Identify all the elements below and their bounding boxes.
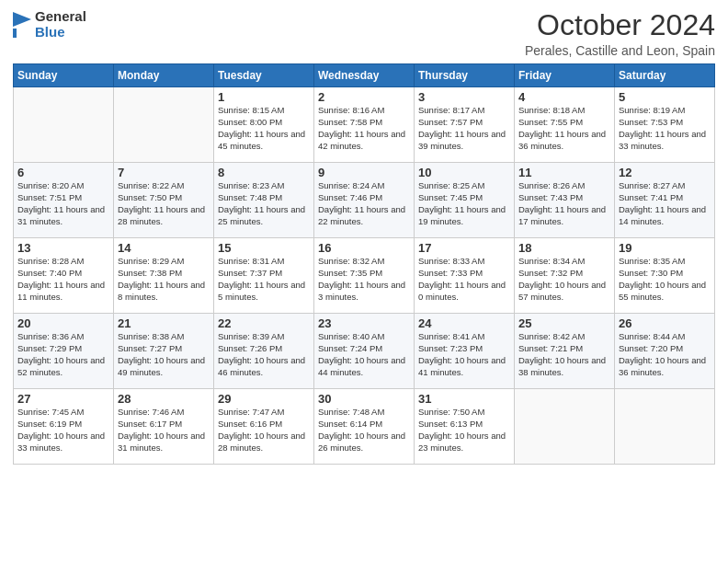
month-title: October 2024 [525, 9, 715, 41]
day-number: 29 [218, 392, 310, 406]
day-number: 27 [17, 392, 109, 406]
calendar-week-3: 13Sunrise: 8:28 AM Sunset: 7:40 PM Dayli… [14, 238, 715, 314]
day-info: Sunrise: 8:31 AM Sunset: 7:37 PM Dayligh… [218, 256, 310, 303]
weekday-header-sunday: Sunday [14, 64, 114, 87]
day-info: Sunrise: 8:17 AM Sunset: 7:57 PM Dayligh… [418, 105, 510, 152]
day-info: Sunrise: 8:42 AM Sunset: 7:21 PM Dayligh… [518, 331, 610, 378]
day-info: Sunrise: 8:22 AM Sunset: 7:50 PM Dayligh… [118, 180, 210, 227]
day-info: Sunrise: 8:23 AM Sunset: 7:48 PM Dayligh… [218, 180, 310, 227]
day-number: 20 [17, 316, 109, 330]
day-info: Sunrise: 8:19 AM Sunset: 7:53 PM Dayligh… [619, 105, 711, 152]
day-number: 1 [218, 90, 310, 104]
day-info: Sunrise: 8:27 AM Sunset: 7:41 PM Dayligh… [619, 180, 711, 227]
calendar-cell [515, 389, 615, 465]
day-info: Sunrise: 8:32 AM Sunset: 7:35 PM Dayligh… [318, 256, 410, 303]
page: General Blue October 2024 Perales, Casti… [0, 0, 728, 563]
day-number: 16 [318, 241, 410, 255]
day-info: Sunrise: 8:29 AM Sunset: 7:38 PM Dayligh… [118, 256, 210, 303]
day-number: 17 [418, 241, 510, 255]
calendar-cell: 26Sunrise: 8:44 AM Sunset: 7:20 PM Dayli… [615, 314, 715, 389]
weekday-header-saturday: Saturday [615, 64, 715, 87]
logo-icon [13, 12, 33, 38]
day-info: Sunrise: 7:46 AM Sunset: 6:17 PM Dayligh… [118, 407, 210, 454]
calendar-cell: 16Sunrise: 8:32 AM Sunset: 7:35 PM Dayli… [314, 238, 415, 314]
weekday-header-friday: Friday [515, 64, 615, 87]
weekday-header-wednesday: Wednesday [314, 64, 415, 87]
day-info: Sunrise: 8:15 AM Sunset: 8:00 PM Dayligh… [218, 105, 310, 152]
day-number: 31 [418, 392, 510, 406]
calendar-cell: 27Sunrise: 7:45 AM Sunset: 6:19 PM Dayli… [14, 389, 114, 465]
day-info: Sunrise: 8:16 AM Sunset: 7:58 PM Dayligh… [318, 105, 410, 152]
day-info: Sunrise: 8:25 AM Sunset: 7:45 PM Dayligh… [418, 180, 510, 227]
calendar-cell: 9Sunrise: 8:24 AM Sunset: 7:46 PM Daylig… [314, 163, 415, 238]
day-info: Sunrise: 8:35 AM Sunset: 7:30 PM Dayligh… [619, 256, 711, 303]
day-number: 10 [418, 166, 510, 179]
day-number: 30 [318, 392, 410, 406]
calendar-week-4: 20Sunrise: 8:36 AM Sunset: 7:29 PM Dayli… [14, 314, 715, 389]
day-info: Sunrise: 8:36 AM Sunset: 7:29 PM Dayligh… [17, 331, 109, 378]
calendar-cell: 8Sunrise: 8:23 AM Sunset: 7:48 PM Daylig… [214, 163, 314, 238]
calendar-cell: 13Sunrise: 8:28 AM Sunset: 7:40 PM Dayli… [14, 238, 114, 314]
calendar-cell: 21Sunrise: 8:38 AM Sunset: 7:27 PM Dayli… [114, 314, 214, 389]
day-number: 23 [318, 316, 410, 330]
day-info: Sunrise: 8:39 AM Sunset: 7:26 PM Dayligh… [218, 331, 310, 378]
calendar-cell [615, 389, 715, 465]
calendar-cell: 7Sunrise: 8:22 AM Sunset: 7:50 PM Daylig… [114, 163, 214, 238]
logo: General Blue [13, 9, 86, 40]
day-number: 4 [518, 90, 610, 104]
day-number: 26 [619, 316, 711, 330]
header: General Blue October 2024 Perales, Casti… [13, 9, 715, 58]
weekday-header-tuesday: Tuesday [214, 64, 314, 87]
logo-general-text: General [35, 9, 86, 25]
calendar-cell: 20Sunrise: 8:36 AM Sunset: 7:29 PM Dayli… [14, 314, 114, 389]
day-info: Sunrise: 8:24 AM Sunset: 7:46 PM Dayligh… [318, 180, 410, 227]
svg-rect-1 [13, 29, 17, 38]
day-info: Sunrise: 8:38 AM Sunset: 7:27 PM Dayligh… [118, 331, 210, 378]
calendar-cell: 14Sunrise: 8:29 AM Sunset: 7:38 PM Dayli… [114, 238, 214, 314]
calendar-cell: 25Sunrise: 8:42 AM Sunset: 7:21 PM Dayli… [515, 314, 615, 389]
weekday-header-thursday: Thursday [415, 64, 515, 87]
calendar-cell: 30Sunrise: 7:48 AM Sunset: 6:14 PM Dayli… [314, 389, 415, 465]
calendar-cell: 31Sunrise: 7:50 AM Sunset: 6:13 PM Dayli… [415, 389, 515, 465]
calendar-cell: 17Sunrise: 8:33 AM Sunset: 7:33 PM Dayli… [415, 238, 515, 314]
calendar-cell: 15Sunrise: 8:31 AM Sunset: 7:37 PM Dayli… [214, 238, 314, 314]
calendar-week-1: 1Sunrise: 8:15 AM Sunset: 8:00 PM Daylig… [14, 87, 715, 163]
calendar-cell: 6Sunrise: 8:20 AM Sunset: 7:51 PM Daylig… [14, 163, 114, 238]
day-number: 11 [518, 166, 610, 179]
day-number: 8 [218, 166, 310, 179]
day-info: Sunrise: 8:20 AM Sunset: 7:51 PM Dayligh… [17, 180, 109, 227]
day-number: 5 [619, 90, 711, 104]
calendar-cell: 1Sunrise: 8:15 AM Sunset: 8:00 PM Daylig… [214, 87, 314, 163]
calendar-body: 1Sunrise: 8:15 AM Sunset: 8:00 PM Daylig… [14, 87, 715, 465]
calendar-cell: 28Sunrise: 7:46 AM Sunset: 6:17 PM Dayli… [114, 389, 214, 465]
calendar-table: SundayMondayTuesdayWednesdayThursdayFrid… [13, 63, 715, 465]
calendar-cell: 19Sunrise: 8:35 AM Sunset: 7:30 PM Dayli… [615, 238, 715, 314]
day-number: 7 [118, 166, 210, 179]
day-number: 3 [418, 90, 510, 104]
svg-marker-0 [13, 12, 31, 27]
day-number: 14 [118, 241, 210, 255]
day-number: 15 [218, 241, 310, 255]
day-info: Sunrise: 8:44 AM Sunset: 7:20 PM Dayligh… [619, 331, 711, 378]
day-number: 2 [318, 90, 410, 104]
day-info: Sunrise: 8:34 AM Sunset: 7:32 PM Dayligh… [518, 256, 610, 303]
calendar-cell: 4Sunrise: 8:18 AM Sunset: 7:55 PM Daylig… [515, 87, 615, 163]
calendar-cell: 24Sunrise: 8:41 AM Sunset: 7:23 PM Dayli… [415, 314, 515, 389]
day-info: Sunrise: 8:26 AM Sunset: 7:43 PM Dayligh… [518, 180, 610, 227]
day-info: Sunrise: 7:45 AM Sunset: 6:19 PM Dayligh… [17, 407, 109, 454]
calendar-week-5: 27Sunrise: 7:45 AM Sunset: 6:19 PM Dayli… [14, 389, 715, 465]
calendar-cell: 3Sunrise: 8:17 AM Sunset: 7:57 PM Daylig… [415, 87, 515, 163]
day-number: 9 [318, 166, 410, 179]
calendar-cell: 29Sunrise: 7:47 AM Sunset: 6:16 PM Dayli… [214, 389, 314, 465]
day-number: 21 [118, 316, 210, 330]
day-info: Sunrise: 7:50 AM Sunset: 6:13 PM Dayligh… [418, 407, 510, 454]
calendar-cell: 5Sunrise: 8:19 AM Sunset: 7:53 PM Daylig… [615, 87, 715, 163]
calendar-cell: 10Sunrise: 8:25 AM Sunset: 7:45 PM Dayli… [415, 163, 515, 238]
calendar-header: SundayMondayTuesdayWednesdayThursdayFrid… [14, 64, 715, 87]
day-info: Sunrise: 8:41 AM Sunset: 7:23 PM Dayligh… [418, 331, 510, 378]
calendar-cell: 22Sunrise: 8:39 AM Sunset: 7:26 PM Dayli… [214, 314, 314, 389]
calendar-cell: 18Sunrise: 8:34 AM Sunset: 7:32 PM Dayli… [515, 238, 615, 314]
day-number: 18 [518, 241, 610, 255]
calendar-cell: 2Sunrise: 8:16 AM Sunset: 7:58 PM Daylig… [314, 87, 415, 163]
day-info: Sunrise: 8:33 AM Sunset: 7:33 PM Dayligh… [418, 256, 510, 303]
